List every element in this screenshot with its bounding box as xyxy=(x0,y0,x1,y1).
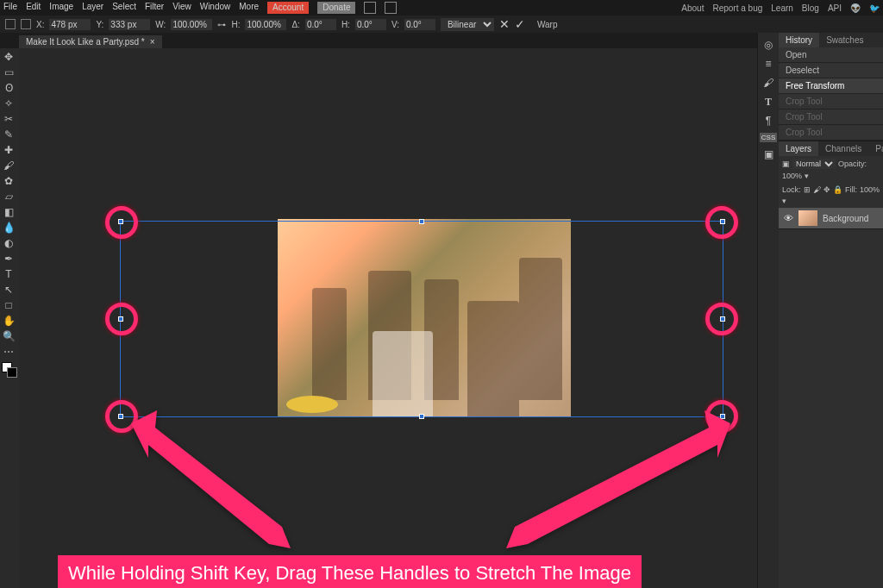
tab-swatches[interactable]: Swatches xyxy=(819,33,870,47)
fullscreen-icon[interactable] xyxy=(385,2,397,14)
menu-more[interactable]: More xyxy=(239,2,259,14)
tool-hand[interactable]: ✋ xyxy=(2,314,16,328)
tab-paths[interactable]: Paths xyxy=(868,141,883,156)
history-item[interactable]: Open xyxy=(779,47,883,63)
input-h[interactable] xyxy=(245,19,286,30)
type-panel-icon[interactable]: T xyxy=(761,95,775,109)
menu-image[interactable]: Image xyxy=(49,2,73,14)
history-item[interactable]: Crop Tool xyxy=(779,125,883,141)
input-y[interactable] xyxy=(109,19,150,30)
handle-ml[interactable] xyxy=(118,316,123,322)
tab-close-icon[interactable]: × xyxy=(150,37,155,47)
tool-blur[interactable]: 💧 xyxy=(2,221,16,235)
transform-bounding-box[interactable] xyxy=(120,221,723,417)
image-panel-icon[interactable]: ▣ xyxy=(761,147,775,161)
opacity-dropdown-icon[interactable]: ▾ xyxy=(805,172,809,180)
input-angle[interactable] xyxy=(305,19,336,30)
tool-path[interactable]: ↖ xyxy=(2,283,16,297)
annotation-arrow-right xyxy=(502,410,743,557)
tool-wand[interactable]: ✧ xyxy=(2,97,16,110)
layer-filter-icon[interactable]: ▣ xyxy=(782,160,790,168)
value-opacity[interactable]: 100% xyxy=(782,172,802,180)
tool-heal[interactable]: ✚ xyxy=(2,143,16,157)
lock-paint-icon[interactable]: 🖌 xyxy=(813,185,821,194)
tool-move[interactable]: ✥ xyxy=(2,50,16,64)
tool-pen[interactable]: ✒ xyxy=(2,252,16,266)
select-interpolation[interactable]: Bilinear xyxy=(441,18,494,31)
handle-mr[interactable] xyxy=(720,316,725,322)
link-about[interactable]: About xyxy=(681,3,704,13)
tool-more[interactable]: ⋯ xyxy=(2,345,16,359)
tool-eraser[interactable]: ▱ xyxy=(2,190,16,203)
tool-eyedropper[interactable]: ✎ xyxy=(2,128,16,141)
tab-history[interactable]: History xyxy=(779,33,819,47)
tool-dodge[interactable]: ◐ xyxy=(2,236,16,250)
menu-file[interactable]: File xyxy=(3,2,17,14)
handle-tl[interactable] xyxy=(118,219,123,224)
tab-channels[interactable]: Channels xyxy=(818,141,868,156)
menu-layer[interactable]: Layer xyxy=(82,2,103,14)
warp-button[interactable]: Warp xyxy=(537,20,558,29)
list-icon[interactable]: ≡ xyxy=(761,57,775,71)
input-skew-v[interactable] xyxy=(404,19,435,30)
fill-dropdown-icon[interactable]: ▾ xyxy=(782,197,786,205)
handle-tr[interactable] xyxy=(720,219,725,224)
history-item[interactable]: Deselect xyxy=(779,63,883,78)
menu-select[interactable]: Select xyxy=(112,2,136,14)
layer-thumbnail[interactable] xyxy=(798,210,817,226)
link-learn[interactable]: Learn xyxy=(771,3,793,13)
blend-mode-select[interactable]: Normal xyxy=(792,159,836,169)
menu-account[interactable]: Account xyxy=(267,2,309,14)
lock-transparency-icon[interactable]: ⊞ xyxy=(804,185,811,194)
canvas[interactable]: While Holding Shift Key, Drag These Hand… xyxy=(19,48,757,588)
tool-rect-select[interactable]: ▭ xyxy=(2,66,16,79)
history-item[interactable]: Crop Tool xyxy=(779,109,883,125)
input-w[interactable] xyxy=(171,19,212,30)
link-report[interactable]: Report a bug xyxy=(712,3,762,13)
twitter-icon[interactable]: 🐦 xyxy=(869,3,880,13)
lock-all-icon[interactable]: 🔒 xyxy=(833,185,842,194)
history-item[interactable]: Free Transform xyxy=(779,78,883,94)
value-fill[interactable]: 100% xyxy=(860,185,880,194)
tool-gradient[interactable]: ◧ xyxy=(2,205,16,219)
tool-zoom[interactable]: 🔍 xyxy=(2,329,16,343)
handle-tm[interactable] xyxy=(419,219,424,224)
input-skew-h[interactable] xyxy=(355,19,386,30)
link-api[interactable]: API xyxy=(828,3,842,13)
cancel-transform-button[interactable]: ✕ xyxy=(499,17,510,31)
tool-type[interactable]: T xyxy=(2,267,16,281)
svg-marker-0 xyxy=(131,410,291,548)
input-x[interactable] xyxy=(49,19,91,30)
right-panels: ◎ ≡ 🖌 T ¶ CSS ▣ History Swatches Open De… xyxy=(757,33,883,588)
target-icon[interactable]: ◎ xyxy=(761,38,775,52)
tab-layers[interactable]: Layers xyxy=(779,141,818,156)
document-tab[interactable]: Make It Look Like a Party.psd * × xyxy=(19,35,162,48)
lock-move-icon[interactable]: ✥ xyxy=(824,185,830,194)
menu-filter[interactable]: Filter xyxy=(145,2,164,14)
link-blog[interactable]: Blog xyxy=(802,3,819,13)
menu-window[interactable]: Window xyxy=(200,2,231,14)
paragraph-icon[interactable]: ¶ xyxy=(761,114,775,128)
tool-rect[interactable]: □ xyxy=(2,298,16,312)
reddit-icon[interactable]: 👽 xyxy=(850,3,861,13)
reference-point-icon[interactable] xyxy=(21,19,31,29)
commit-transform-button[interactable]: ✓ xyxy=(515,17,525,31)
theme-icon[interactable] xyxy=(364,2,376,14)
visibility-icon[interactable]: 👁 xyxy=(784,213,793,223)
svg-marker-1 xyxy=(506,410,730,548)
history-item[interactable]: Crop Tool xyxy=(779,94,883,109)
tool-brush[interactable]: 🖌 xyxy=(2,159,16,172)
tool-lasso[interactable]: ʘ xyxy=(2,81,16,95)
tool-crop[interactable]: ✂ xyxy=(2,112,16,126)
layer-row[interactable]: 👁 Background xyxy=(779,208,883,228)
color-swatches[interactable] xyxy=(2,362,17,378)
menu-view[interactable]: View xyxy=(172,2,191,14)
tool-stamp[interactable]: ✿ xyxy=(2,174,16,188)
link-wh-icon[interactable]: ⊶ xyxy=(217,20,226,29)
menu-edit[interactable]: Edit xyxy=(26,2,41,14)
menu-donate[interactable]: Donate xyxy=(317,2,355,14)
layer-name[interactable]: Background xyxy=(823,214,868,223)
handle-bm[interactable] xyxy=(419,414,424,419)
brush-icon[interactable]: 🖌 xyxy=(761,76,775,90)
css-panel-icon[interactable]: CSS xyxy=(760,133,777,142)
